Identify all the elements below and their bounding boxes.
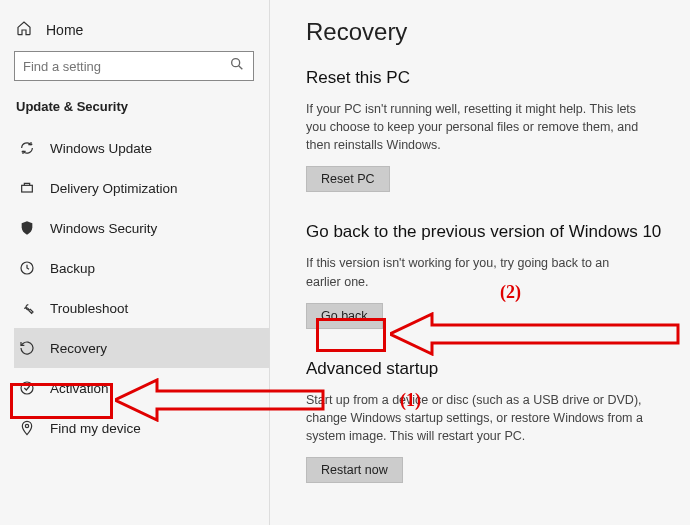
restart-now-button[interactable]: Restart now	[306, 457, 403, 483]
sync-icon	[18, 140, 36, 156]
sidebar-item-windows-update[interactable]: Windows Update	[14, 128, 269, 168]
wrench-icon	[18, 300, 36, 316]
backup-icon	[18, 260, 36, 276]
sidebar-item-label: Windows Update	[50, 141, 152, 156]
delivery-icon	[18, 180, 36, 196]
home-link[interactable]: Home	[14, 14, 269, 51]
shield-icon	[18, 220, 36, 236]
go-back-heading: Go back to the previous version of Windo…	[306, 222, 664, 242]
svg-line-1	[239, 66, 243, 70]
location-icon	[18, 420, 36, 436]
search-icon	[229, 56, 245, 76]
svg-point-5	[25, 424, 28, 427]
sidebar-item-delivery-optimization[interactable]: Delivery Optimization	[14, 168, 269, 208]
annotation-label-2: (2)	[500, 282, 521, 303]
sidebar-item-label: Troubleshoot	[50, 301, 128, 316]
go-back-body: If this version isn't working for you, t…	[306, 254, 646, 290]
sidebar-item-recovery[interactable]: Recovery	[14, 328, 269, 368]
annotation-box-2	[316, 318, 386, 352]
reset-pc-heading: Reset this PC	[306, 68, 664, 88]
annotation-arrow-2	[390, 312, 680, 356]
advanced-startup-body: Start up from a device or disc (such as …	[306, 391, 646, 445]
sidebar-item-label: Backup	[50, 261, 95, 276]
search-input[interactable]	[14, 51, 254, 81]
page-title: Recovery	[306, 18, 664, 46]
sidebar-item-label: Find my device	[50, 421, 141, 436]
svg-rect-2	[22, 185, 33, 192]
main-content: Recovery Reset this PC If your PC isn't …	[270, 0, 690, 525]
annotation-label-1: (1)	[400, 390, 421, 411]
reset-pc-button[interactable]: Reset PC	[306, 166, 390, 192]
recovery-icon	[18, 340, 36, 356]
svg-point-0	[232, 59, 240, 67]
sidebar-item-label: Windows Security	[50, 221, 157, 236]
sidebar-item-backup[interactable]: Backup	[14, 248, 269, 288]
sidebar-item-troubleshoot[interactable]: Troubleshoot	[14, 288, 269, 328]
category-header: Update & Security	[16, 99, 269, 114]
reset-pc-body: If your PC isn't running well, resetting…	[306, 100, 646, 154]
sidebar-item-windows-security[interactable]: Windows Security	[14, 208, 269, 248]
advanced-startup-heading: Advanced startup	[306, 359, 664, 379]
svg-marker-6	[115, 380, 323, 420]
home-icon	[16, 20, 32, 39]
home-label: Home	[46, 22, 83, 38]
sidebar: Home Update & Security Windows Update De…	[0, 0, 270, 525]
annotation-arrow-1	[115, 378, 325, 422]
svg-marker-7	[390, 314, 678, 354]
annotation-box-1	[10, 383, 113, 419]
sidebar-item-label: Recovery	[50, 341, 107, 356]
search-field[interactable]	[23, 59, 229, 74]
sidebar-item-label: Delivery Optimization	[50, 181, 178, 196]
